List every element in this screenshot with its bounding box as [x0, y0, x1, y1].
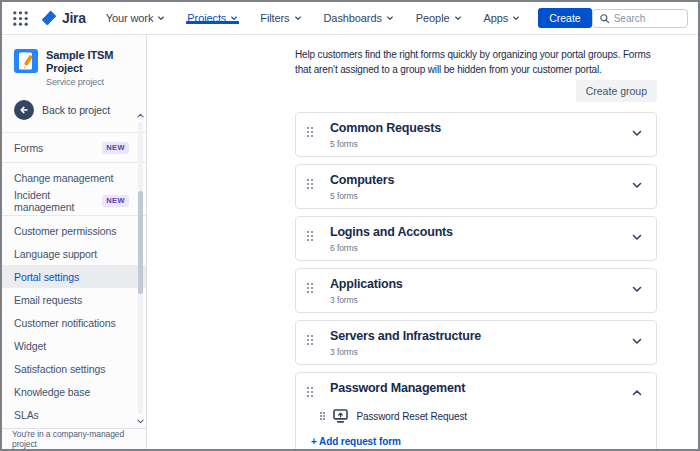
drag-handle-icon[interactable]	[307, 127, 313, 137]
drag-handle-icon[interactable]	[320, 412, 325, 421]
chevron-up-icon[interactable]	[629, 385, 645, 401]
sidebar-item-label: Email requests	[14, 294, 82, 306]
nav-item-your-work[interactable]: Your work	[106, 12, 166, 24]
global-search[interactable]	[592, 9, 688, 28]
search-input[interactable]	[614, 13, 681, 24]
sidebar-item-customer-permissions[interactable]: Customer permissions	[2, 219, 146, 242]
nav-item-dashboards[interactable]: Dashboards	[324, 12, 394, 24]
chevron-down-icon	[386, 14, 394, 22]
group-card-password-management: Password Management Password Reset Reque…	[295, 372, 657, 449]
sidebar-item-portal-settings[interactable]: Portal settings	[2, 265, 146, 288]
brand-name: Jira	[62, 10, 86, 26]
group-forms-count: 3 forms	[330, 347, 626, 357]
nav-item-projects[interactable]: Projects	[187, 12, 238, 24]
nav-item-label: Apps	[484, 12, 509, 24]
drag-handle-icon[interactable]	[307, 231, 313, 241]
monitor-icon	[333, 409, 348, 423]
group-title: Servers and Infrastructure	[330, 329, 626, 344]
drag-handle-icon[interactable]	[307, 283, 313, 293]
portal-groups-description: Help customers find the right forms quic…	[295, 47, 657, 77]
chevron-down-icon	[294, 14, 302, 22]
settings-menu: Forms NEW Change management Incident man…	[2, 132, 146, 426]
nav-item-label: Dashboards	[324, 12, 382, 24]
project-titles: Sample ITSM Project Service project	[46, 49, 136, 87]
group-forms-count: 3 forms	[330, 295, 626, 305]
nav-item-label: Projects	[187, 12, 226, 24]
sidebar-item-label: SLAs	[14, 409, 39, 421]
chevron-down-icon	[157, 14, 165, 22]
sidebar-item-knowledge-base[interactable]: Knowledge base	[2, 380, 146, 403]
group-card-applications: Applications 3 forms	[295, 268, 657, 313]
back-to-project[interactable]: Back to project	[2, 100, 146, 120]
back-to-project-label: Back to project	[42, 104, 110, 116]
nav-item-label: Your work	[106, 12, 154, 24]
sidebar-item-slas[interactable]: SLAs	[2, 403, 146, 426]
sidebar-item-label: Incident management	[14, 189, 96, 213]
sidebar-item-label: Widget	[14, 340, 46, 352]
sidebar-item-label: Satisfaction settings	[14, 363, 105, 375]
scrollbar-thumb[interactable]	[138, 191, 143, 294]
chevron-down-icon[interactable]	[629, 125, 645, 141]
drag-handle-icon[interactable]	[307, 335, 313, 345]
sidebar-item-label: Forms	[14, 142, 43, 154]
group-title: Applications	[330, 277, 626, 292]
request-form-name: Password Reset Request	[356, 411, 467, 422]
sidebar-item-label: Language support	[14, 248, 97, 260]
sidebar-item-label: Knowledge base	[14, 386, 90, 398]
group-forms-count: 5 forms	[330, 191, 626, 201]
scroll-down-icon[interactable]	[136, 417, 145, 425]
sidebar-item-incident-management[interactable]: Incident management NEW	[2, 189, 146, 212]
drag-handle-icon[interactable]	[307, 179, 313, 189]
group-title: Password Management	[330, 381, 626, 396]
sidebar-scrollbar	[136, 111, 145, 425]
nav-item-people[interactable]: People	[416, 12, 462, 24]
chevron-down-icon	[512, 14, 520, 22]
sidebar-item-customer-notifications[interactable]: Customer notifications	[2, 311, 146, 334]
nav-item-filters[interactable]: Filters	[260, 12, 301, 24]
search-icon	[599, 13, 610, 24]
project-avatar	[14, 49, 38, 73]
group-forms-count: 6 forms	[330, 243, 626, 253]
primary-nav: Your work Projects Filters Dashboards Pe…	[106, 12, 520, 24]
sidebar-item-change-management[interactable]: Change management	[2, 166, 146, 189]
jira-logo-icon	[41, 10, 57, 26]
sidebar-item-label: Customer permissions	[14, 225, 116, 237]
chevron-down-icon[interactable]	[629, 229, 645, 245]
group-title: Computers	[330, 173, 626, 188]
actions-row: Create group	[295, 80, 657, 102]
group-title: Logins and Accounts	[330, 225, 626, 240]
new-badge: NEW	[102, 142, 129, 154]
menu-divider	[2, 215, 146, 216]
create-button[interactable]: Create	[538, 8, 592, 28]
chevron-down-icon[interactable]	[629, 281, 645, 297]
app-switcher-grid-icon[interactable]	[12, 10, 29, 27]
group-card-common-requests: Common Requests 5 forms	[295, 112, 657, 157]
nav-item-label: Filters	[260, 12, 289, 24]
project-sidebar: Sample ITSM Project Service project Back…	[2, 35, 147, 449]
sidebar-item-email-requests[interactable]: Email requests	[2, 288, 146, 311]
request-form-row[interactable]: Password Reset Request	[320, 409, 626, 423]
create-group-button[interactable]: Create group	[576, 80, 657, 102]
group-card-servers-and-infrastructure: Servers and Infrastructure 3 forms	[295, 320, 657, 365]
project-name: Sample ITSM Project	[46, 49, 136, 75]
chevron-down-icon	[230, 14, 238, 22]
project-type: Service project	[46, 77, 136, 87]
project-header: Sample ITSM Project Service project	[2, 35, 146, 87]
jira-window: Jira Your work Projects Filters Dashboar…	[0, 0, 700, 451]
sidebar-item-forms[interactable]: Forms NEW	[2, 136, 146, 159]
scroll-up-icon[interactable]	[136, 111, 145, 119]
sidebar-item-satisfaction-settings[interactable]: Satisfaction settings	[2, 357, 146, 380]
new-badge: NEW	[102, 195, 129, 207]
jira-home-link[interactable]: Jira	[41, 10, 86, 26]
nav-item-apps[interactable]: Apps	[484, 12, 521, 24]
top-navigation: Jira Your work Projects Filters Dashboar…	[2, 2, 698, 35]
drag-handle-icon[interactable]	[307, 387, 313, 397]
nav-left: Jira Your work Projects Filters Dashboar…	[12, 2, 592, 34]
sidebar-item-widget[interactable]: Widget	[2, 334, 146, 357]
sidebar-item-language-support[interactable]: Language support	[2, 242, 146, 265]
chevron-down-icon[interactable]	[629, 333, 645, 349]
arrow-left-circle-icon	[14, 100, 34, 120]
chevron-down-icon	[454, 14, 462, 22]
chevron-down-icon[interactable]	[629, 177, 645, 193]
add-request-form-link[interactable]: + Add request form	[311, 436, 401, 447]
